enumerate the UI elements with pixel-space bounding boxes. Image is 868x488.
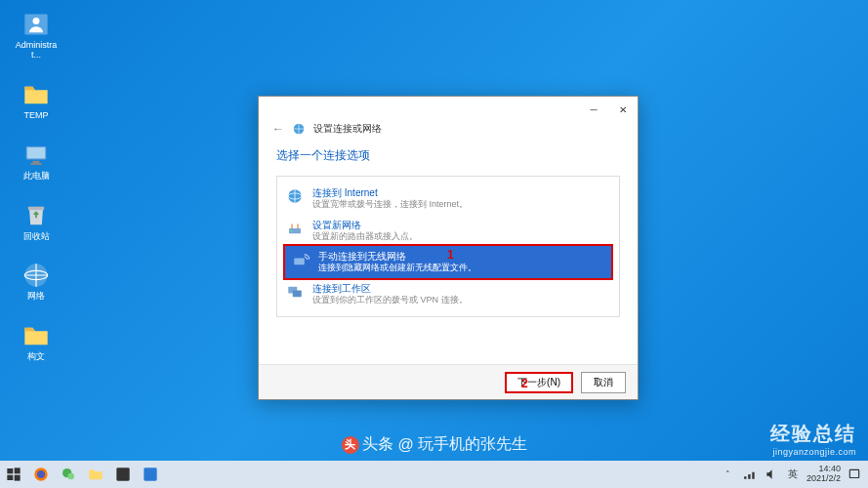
- taskbar-firefox[interactable]: [27, 461, 55, 488]
- taskbar-explorer[interactable]: [82, 461, 109, 488]
- desktop-icon-folder2[interactable]: 构文: [12, 321, 61, 362]
- taskbar-wechat[interactable]: [55, 461, 82, 488]
- annotation-2: 2: [521, 377, 528, 390]
- dialog-footer: 下一步(N) 取消: [259, 364, 638, 399]
- watermark-at: @: [397, 436, 413, 454]
- tray-chevron-icon[interactable]: ˄: [721, 467, 736, 482]
- tray-notification-icon[interactable]: [847, 467, 862, 482]
- tray-network-icon[interactable]: [742, 467, 758, 482]
- toutiao-icon: 头: [341, 436, 358, 454]
- svg-rect-31: [849, 469, 858, 477]
- close-button[interactable]: ✕: [608, 97, 638, 122]
- taskbar-app2[interactable]: [137, 461, 164, 488]
- desktop-icon-pc[interactable]: 此电脑: [12, 141, 61, 182]
- option-new-network[interactable]: 设置新网络设置新的路由器或接入点。: [277, 215, 619, 247]
- option-desc: 设置宽带或拨号连接，连接到 Internet。: [312, 199, 468, 211]
- svg-rect-21: [7, 468, 13, 473]
- svg-rect-9: [30, 163, 42, 165]
- desktop-icon-label: Administrat...: [12, 41, 61, 61]
- user-icon: [21, 10, 51, 39]
- taskbar: ˄ 英 14:40 2021/2/2: [0, 461, 868, 488]
- option-title: 连接到工作区: [312, 282, 468, 295]
- desktop-icon-recycle[interactable]: 回收站: [12, 201, 61, 242]
- workplace-icon: [285, 282, 305, 302]
- svg-rect-30: [144, 468, 156, 480]
- desktop-icon-label: 构文: [27, 352, 45, 362]
- folder-icon: [21, 321, 51, 350]
- svg-point-28: [67, 473, 74, 480]
- svg-point-5: [33, 18, 40, 24]
- svg-rect-20: [293, 291, 302, 298]
- minimize-button[interactable]: ─: [579, 97, 608, 122]
- option-workplace[interactable]: 连接到工作区设置到你的工作区的拨号或 VPN 连接。: [277, 278, 619, 310]
- network-setup-icon: [292, 122, 306, 136]
- taskbar-clock[interactable]: 14:40 2021/2/2: [806, 465, 841, 484]
- svg-rect-8: [33, 161, 40, 163]
- option-desc: 设置到你的工作区的拨号或 VPN 连接。: [312, 295, 468, 306]
- svg-point-17: [291, 230, 293, 232]
- taskbar-right: ˄ 英 14:40 2021/2/2: [721, 465, 868, 484]
- desktop-icons: Administrat... TEMP 此电脑 回收站 网络 构文: [12, 10, 61, 362]
- recycle-icon: [21, 201, 51, 230]
- next-button[interactable]: 下一步(N): [505, 372, 573, 393]
- router-icon: [285, 219, 305, 238]
- desktop-icon-label: TEMP: [23, 111, 48, 121]
- svg-rect-22: [15, 468, 21, 473]
- watermark-name: 玩手机的张先生: [418, 434, 527, 455]
- watermark-toutiao: 头 头条 @ 玩手机的张先生: [341, 434, 526, 455]
- desktop: Administrat... TEMP 此电脑 回收站 网络 构文 ─ ✕ ←: [0, 0, 868, 488]
- desktop-icon-temp[interactable]: TEMP: [12, 80, 61, 121]
- svg-rect-29: [116, 468, 129, 480]
- svg-rect-18: [294, 259, 305, 265]
- taskbar-date: 2021/2/2: [806, 474, 841, 484]
- svg-point-26: [37, 470, 45, 478]
- option-internet[interactable]: 连接到 Internet设置宽带或拨号连接，连接到 Internet。: [277, 183, 619, 215]
- taskbar-app1[interactable]: [109, 461, 137, 488]
- dialog-header: ← 设置连接或网络: [259, 122, 638, 143]
- cancel-button[interactable]: 取消: [581, 372, 626, 393]
- dialog-title: 设置连接或网络: [313, 122, 382, 136]
- folder-icon: [21, 80, 51, 109]
- start-button[interactable]: [0, 461, 27, 488]
- option-desc: 设置新的路由器或接入点。: [312, 231, 418, 243]
- watermark-url: jingyanzongjie.com: [770, 447, 856, 457]
- option-title: 设置新网络: [312, 219, 418, 231]
- svg-rect-7: [27, 147, 46, 159]
- pc-icon: [21, 141, 51, 170]
- option-title: 连接到 Internet: [312, 186, 468, 199]
- wireless-icon: [291, 250, 310, 269]
- desktop-icon-label: 回收站: [23, 232, 50, 242]
- connection-options-list: 连接到 Internet设置宽带或拨号连接，连接到 Internet。 设置新网…: [276, 176, 620, 317]
- desktop-icon-label: 此电脑: [23, 172, 50, 182]
- watermark-site: 经验总结 jingyanzongjie.com: [770, 421, 856, 457]
- globe-icon: [285, 186, 305, 206]
- desktop-icon-admin[interactable]: Administrat...: [12, 10, 61, 61]
- watermark-main: 经验总结: [770, 423, 856, 444]
- desktop-icon-network[interactable]: 网络: [12, 261, 61, 302]
- svg-rect-23: [7, 475, 13, 480]
- network-icon: [21, 261, 51, 290]
- dialog-heading: 选择一个连接选项: [276, 147, 620, 164]
- svg-rect-24: [15, 475, 21, 481]
- watermark-prefix: 头条: [362, 434, 393, 455]
- svg-rect-10: [28, 206, 44, 210]
- annotation-1: 1: [447, 248, 454, 262]
- desktop-icon-label: 网络: [27, 292, 45, 302]
- tray-volume-icon[interactable]: [764, 467, 779, 482]
- back-button[interactable]: ←: [272, 122, 284, 136]
- option-desc: 连接到隐藏网络或创建新无线配置文件。: [318, 263, 476, 274]
- tray-ime[interactable]: 英: [785, 467, 801, 482]
- taskbar-left: [0, 461, 164, 488]
- titlebar: ─ ✕: [259, 97, 638, 122]
